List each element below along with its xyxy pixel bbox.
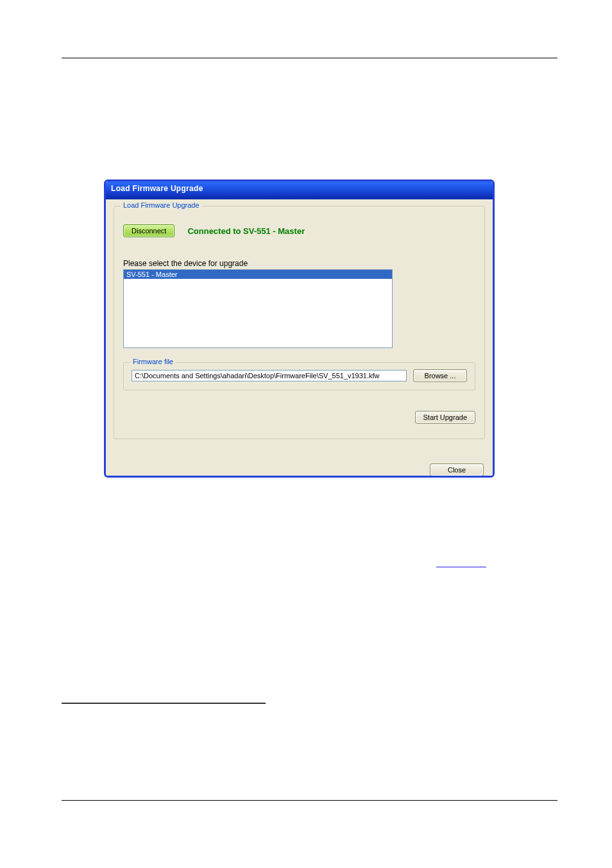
groupbox-label-load: Load Firmware Upgrade [121,201,202,209]
divider-bottom [62,800,557,801]
start-upgrade-button[interactable]: Start Upgrade [415,411,475,424]
close-row: Close [114,463,485,476]
firmware-path-input[interactable] [132,370,407,381]
groupbox-label-firmware: Firmware file [130,358,176,365]
page-root: Load Firmware Upgrade Load Firmware Upgr… [0,0,612,868]
firmware-file-groupbox: Firmware file Browse ... [123,362,475,390]
load-firmware-groupbox: Load Firmware Upgrade Disconnect Connect… [114,206,485,439]
connection-row: Disconnect Connected to SV-551 - Master [123,224,475,237]
browse-button[interactable]: Browse ... [413,369,467,382]
page-link-underline [436,558,486,567]
disconnect-button[interactable]: Disconnect [123,224,174,237]
dialog-content: Load Firmware Upgrade Disconnect Connect… [106,199,493,478]
dialog-title-bar: Load Firmware Upgrade [106,181,493,199]
connection-status: Connected to SV-551 - Master [187,226,305,236]
close-button[interactable]: Close [430,463,484,476]
device-select-label: Please select the device for upgrade [123,259,475,268]
dialog-title: Load Firmware Upgrade [111,184,203,193]
divider-footnote [62,703,266,704]
device-listbox[interactable]: SV-551 - Master [123,269,393,348]
firmware-file-row: Browse ... [132,369,467,382]
divider-top [62,58,557,58]
start-upgrade-row: Start Upgrade [123,411,475,424]
firmware-upgrade-dialog: Load Firmware Upgrade Load Firmware Upgr… [104,179,495,478]
device-list-item-selected[interactable]: SV-551 - Master [124,270,392,279]
